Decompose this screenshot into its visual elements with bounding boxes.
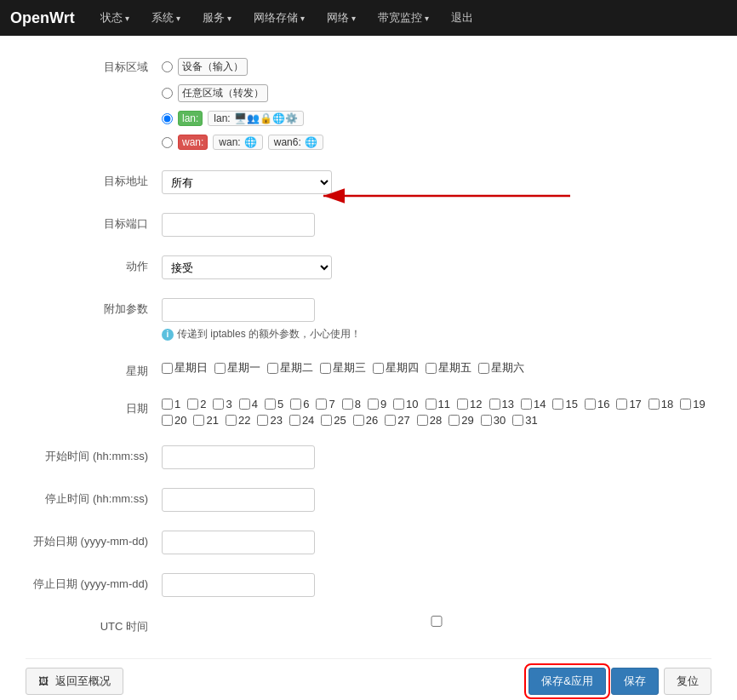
action-label: 动作 (26, 255, 162, 274)
cb-2[interactable] (187, 399, 198, 410)
cb-22[interactable] (226, 415, 237, 426)
stop-time-label: 停止时间 (hh:mm:ss) (26, 488, 162, 507)
cb-12[interactable] (457, 399, 468, 410)
cb-24[interactable] (289, 415, 300, 426)
start-time-input[interactable] (162, 445, 315, 469)
cb-7[interactable] (316, 399, 327, 410)
cb-26[interactable] (353, 415, 364, 426)
cb-29[interactable] (448, 415, 460, 426)
nav-bandwidth[interactable]: 带宽监控 ▾ (374, 10, 432, 26)
wan-badge: wan: (178, 135, 208, 150)
cb-9[interactable] (368, 399, 379, 410)
nav-storage[interactable]: 网络存储 ▾ (250, 10, 308, 26)
weekday-content: 星期日 星期一 星期二 星期三 星期四 (162, 360, 711, 376)
nav-services[interactable]: 服务 ▾ (199, 10, 235, 26)
date-28: 28 (417, 414, 442, 427)
action-row: 动作 接受 (26, 252, 711, 283)
cb-11[interactable] (426, 399, 437, 410)
start-date-input[interactable] (162, 531, 315, 554)
date-23: 23 (257, 414, 282, 427)
cb-3[interactable] (213, 399, 224, 410)
start-date-label: 开始日期 (yyyy-mm-dd) (26, 531, 162, 549)
utc-checkbox[interactable] (162, 616, 711, 627)
wan6-tag: wan6: 🌐 (268, 135, 323, 150)
date-7: 7 (316, 398, 334, 410)
checkbox-fri[interactable] (426, 363, 437, 374)
cb-6[interactable] (290, 399, 301, 410)
nav-network[interactable]: 网络 ▾ (323, 10, 359, 26)
date-8: 8 (342, 398, 361, 410)
checkbox-sun[interactable] (162, 363, 173, 374)
cb-13[interactable] (489, 399, 500, 410)
radio-anyzone[interactable] (162, 88, 173, 99)
stop-date-content (162, 573, 711, 597)
weekday-row: 星期 星期日 星期一 星期二 星期三 (26, 357, 711, 382)
reset-button[interactable]: 复位 (664, 668, 711, 695)
cb-5[interactable] (265, 399, 276, 410)
cb-27[interactable] (385, 415, 396, 426)
cb-10[interactable] (393, 399, 404, 410)
action-select[interactable]: 接受 (162, 255, 332, 279)
extra-params-info: i 传递到 iptables 的额外参数，小心使用！ (162, 327, 711, 341)
info-icon: i (162, 329, 174, 341)
cb-14[interactable] (521, 399, 532, 410)
stop-date-label: 停止日期 (yyyy-mm-dd) (26, 573, 162, 592)
target-port-label: 目标端口 (26, 213, 162, 232)
date-13: 13 (489, 398, 514, 410)
target-addr-label: 目标地址 (26, 170, 162, 189)
cb-20[interactable] (162, 415, 173, 426)
date-3: 3 (213, 398, 231, 410)
nav-system[interactable]: 系统 ▾ (148, 10, 184, 26)
checkbox-tue[interactable] (267, 363, 278, 374)
nav-bandwidth-arrow: ▾ (425, 14, 429, 23)
target-port-input[interactable]: 8084 (162, 213, 315, 237)
date-29: 29 (448, 414, 473, 427)
cb-15[interactable] (552, 399, 563, 410)
cb-23[interactable] (257, 415, 268, 426)
cb-25[interactable] (321, 415, 332, 426)
cb-19[interactable] (680, 399, 691, 410)
cb-16[interactable] (585, 399, 596, 410)
radio-wan[interactable] (162, 137, 173, 148)
start-time-label: 开始时间 (hh:mm:ss) (26, 445, 162, 464)
save-apply-button[interactable]: 保存&应用 (528, 668, 606, 695)
radio-lan[interactable] (162, 113, 173, 124)
cb-31[interactable] (512, 415, 523, 426)
cb-17[interactable] (616, 399, 627, 410)
target-addr-row: 目标地址 所有 (26, 167, 711, 198)
cb-18[interactable] (648, 399, 660, 410)
radio-lan-row: lan: lan: 🖥️👥🔒🌐⚙️ (162, 109, 711, 128)
weekday-thu: 星期四 (373, 360, 419, 376)
checkbox-thu[interactable] (373, 363, 384, 374)
date-10: 10 (393, 398, 418, 410)
nav-logout[interactable]: 退出 (448, 10, 477, 26)
nav-network-arrow: ▾ (351, 14, 356, 23)
checkbox-sat[interactable] (478, 363, 489, 374)
back-button[interactable]: 🖼 返回至概况 (26, 668, 123, 695)
cb-30[interactable] (481, 415, 492, 426)
date-15: 15 (552, 398, 577, 410)
weekday-mon: 星期一 (214, 360, 260, 376)
lan-icons: 🖥️👥🔒🌐⚙️ (234, 112, 298, 124)
stop-time-input[interactable] (162, 488, 315, 512)
save-button[interactable]: 保存 (611, 668, 659, 695)
cb-4[interactable] (239, 399, 250, 410)
extra-params-row: 附加参数 i 传递到 iptables 的额外参数，小心使用！ (26, 295, 711, 345)
target-addr-select[interactable]: 所有 (162, 170, 332, 194)
checkbox-mon[interactable] (214, 363, 226, 374)
date-22: 22 (226, 414, 250, 427)
wan6-icon: 🌐 (305, 136, 317, 148)
radio-device[interactable] (162, 61, 173, 72)
cb-1[interactable] (162, 399, 173, 410)
checkbox-wed[interactable] (320, 363, 331, 374)
anyzone-badge: 任意区域（转发） (178, 84, 268, 102)
cb-28[interactable] (417, 415, 428, 426)
cb-21[interactable] (193, 415, 204, 426)
extra-params-input[interactable] (162, 298, 315, 322)
date-checkboxes: 1 2 3 4 5 6 7 8 9 10 11 12 13 14 15 16 1… (162, 398, 711, 427)
cb-8[interactable] (342, 399, 353, 410)
stop-date-row: 停止日期 (yyyy-mm-dd) (26, 570, 711, 600)
stop-date-input[interactable] (162, 573, 315, 597)
date-14: 14 (521, 398, 546, 410)
nav-status[interactable]: 状态 ▾ (97, 10, 133, 26)
